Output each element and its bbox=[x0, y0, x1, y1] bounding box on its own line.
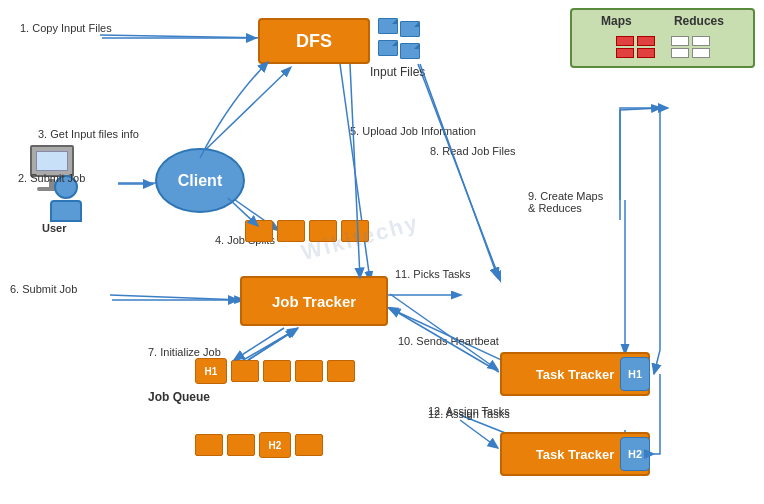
step12-label-pos: 12. Assign Tasks bbox=[428, 408, 510, 420]
client-box: Client bbox=[155, 148, 245, 213]
job-queue-label: Job Queue bbox=[148, 390, 210, 404]
dfs-box: DFS bbox=[258, 18, 370, 64]
input-files-label: Input Files bbox=[370, 65, 425, 79]
step3-label: 3. Get Input files info bbox=[38, 128, 139, 140]
svg-line-9 bbox=[620, 108, 660, 110]
diagram: User 1. Copy Input Files 2. Submit Job 3… bbox=[0, 0, 764, 504]
step5-label: 5. Upload Job Information bbox=[350, 125, 476, 137]
step9-label: 9. Create Maps& Reduces bbox=[528, 190, 603, 214]
h1-badge: H1 bbox=[620, 357, 650, 391]
step6-label: 6. Submit Job bbox=[10, 283, 77, 295]
step10-label: 10. Sends Heartbeat bbox=[398, 335, 499, 347]
reduces-group bbox=[671, 36, 710, 58]
step11-label: 11. Picks Tasks bbox=[395, 268, 471, 280]
tasktracker1-box: Task Tracker H1 bbox=[500, 352, 650, 396]
dfs-file-icons bbox=[378, 18, 420, 59]
tasktracker2-box: Task Tracker H2 bbox=[500, 432, 650, 476]
job-queue-row2: H2 bbox=[195, 432, 323, 458]
h2-badge: H2 bbox=[620, 437, 650, 471]
job-queue-row1: H1 bbox=[195, 358, 355, 384]
legend-maps-title: Maps bbox=[601, 14, 632, 28]
step2-label: 2. Submit Job bbox=[18, 172, 85, 184]
user-label: User bbox=[42, 222, 66, 234]
step7-label: 7. Initialize Job bbox=[148, 346, 221, 358]
svg-line-5 bbox=[110, 295, 243, 300]
legend-box: Maps Reduces bbox=[570, 8, 755, 68]
legend-reduces-title: Reduces bbox=[674, 14, 724, 28]
svg-line-8 bbox=[418, 64, 500, 280]
step8-label: 8. Read Job Files bbox=[430, 145, 516, 157]
job-splits-icons bbox=[245, 220, 369, 242]
jobtracker-box: Job Tracker bbox=[240, 276, 388, 326]
svg-line-0 bbox=[100, 35, 268, 38]
maps-group bbox=[616, 36, 655, 58]
svg-line-2 bbox=[200, 68, 290, 155]
step1-label: 1. Copy Input Files bbox=[20, 22, 112, 34]
svg-line-3 bbox=[340, 64, 370, 280]
